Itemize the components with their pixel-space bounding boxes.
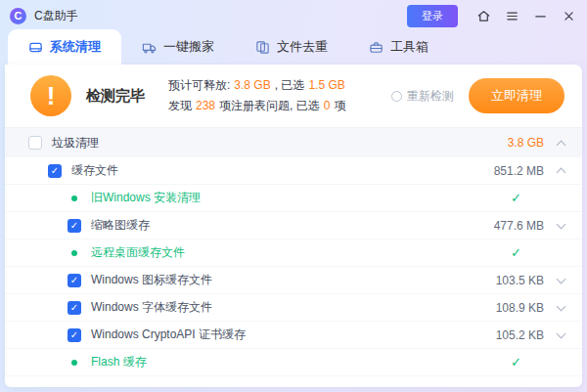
cache-files-checkbox[interactable] [48,164,62,178]
chevron-up-icon[interactable] [557,168,566,178]
item-label: 缩略图缓存 [91,217,150,234]
list-item[interactable]: Windows 图标缓存文件 103.5 KB [5,267,582,294]
app-logo-icon [10,8,26,24]
home-icon[interactable] [474,6,494,26]
list-item[interactable]: Windows CryptoAPI 证书缓存 105.2 KB [5,322,582,349]
selected-size: 1.5 GB [308,78,344,92]
section-row-cache-files[interactable]: 缓存文件 851.2 MB [5,157,582,185]
list-item[interactable]: Windows 字体缓存文件 108.9 KB [5,294,582,322]
scan-details: 预计可释放:3.8 GB, 已选1.5 GB 发现238项注册表问题, 已选0项 [168,75,349,116]
close-icon[interactable] [559,6,579,26]
main-panel: 检测完毕 预计可释放:3.8 GB, 已选1.5 GB 发现238项注册表问题,… [5,65,582,387]
tab-bar: 系统清理 一键搬家 文件去重 工具箱 [0,29,587,65]
tab-one-click-move[interactable]: 一键搬家 [121,29,235,65]
check-icon [511,191,521,205]
item-checkbox[interactable] [68,219,81,233]
detail-text: 发现 [168,99,192,112]
chevron-down-icon[interactable] [557,328,566,338]
menu-icon[interactable] [502,6,522,26]
login-button[interactable]: 登录 [407,5,458,27]
truck-icon [142,40,157,55]
check-icon [511,245,521,260]
list-item[interactable]: 旧Windows 安装清理 [5,185,582,212]
recheck-button[interactable]: 重新检测 [391,88,454,105]
toolbox-icon [369,40,384,55]
list-item[interactable]: 远程桌面缓存文件 [5,240,582,267]
check-icon [511,355,521,370]
cleanup-list: 垃圾清理 3.8 GB 缓存文件 851.2 MB 旧Windows 安装清理 … [5,128,582,387]
tab-toolbox[interactable]: 工具箱 [348,29,449,65]
item-label: Windows 字体缓存文件 [91,299,212,316]
app-title: C盘助手 [34,8,78,24]
tab-label: 一键搬家 [163,38,214,56]
group-row-junk-clean[interactable]: 垃圾清理 3.8 GB [5,128,582,157]
item-checkbox[interactable] [68,274,81,287]
tab-label: 文件去重 [277,38,328,56]
recheck-icon [391,91,402,102]
chevron-down-icon[interactable] [557,219,566,229]
group-size: 3.8 GB [508,136,544,150]
scan-detail-line-1: 预计可释放:3.8 GB, 已选1.5 GB [168,75,349,96]
group-label: 垃圾清理 [52,135,99,152]
item-size: 477.6 MB [494,219,544,233]
copy-files-icon [255,40,270,55]
detail-text: 项注册表问题, 已选 [219,99,320,112]
registry-issue-count: 238 [196,99,215,112]
detail-text: 项 [334,99,345,112]
item-size: 105.2 KB [496,328,544,342]
item-checkbox[interactable] [68,328,81,342]
disk-icon [28,40,43,55]
scan-summary: 检测完毕 预计可释放:3.8 GB, 已选1.5 GB 发现238项注册表问题,… [5,65,582,128]
section-size: 851.2 MB [494,164,544,178]
detail-text: , 已选 [275,78,305,92]
releasable-size: 3.8 GB [234,78,270,92]
item-size: 108.9 KB [496,301,544,315]
detail-text: 预计可释放: [168,78,230,92]
item-label: Windows CryptoAPI 证书缓存 [91,327,246,343]
tab-system-clean[interactable]: 系统清理 [8,29,121,65]
section-label: 缓存文件 [71,162,118,179]
item-label: 旧Windows 安装清理 [91,190,201,206]
item-label: Flash 缓存 [91,354,147,370]
tab-label: 系统清理 [50,38,101,56]
list-item[interactable]: 缩略图缓存 477.6 MB [5,212,582,240]
list-item[interactable]: Flash 缓存 [5,349,582,376]
junk-clean-checkbox[interactable] [28,136,42,150]
chevron-down-icon[interactable] [557,301,566,311]
recheck-label: 重新检测 [407,88,454,105]
status-dot-icon [68,250,81,256]
selected-count: 0 [324,99,331,112]
item-checkbox[interactable] [68,301,81,315]
tab-label: 工具箱 [390,38,429,56]
tab-file-dedup[interactable]: 文件去重 [235,29,348,65]
chevron-up-icon[interactable] [557,140,566,150]
titlebar: C盘助手 登录 [0,0,587,29]
status-dot-icon [68,196,81,201]
scan-detail-line-2: 发现238项注册表问题, 已选0项 [168,96,349,116]
app-window: C盘助手 登录 系统清理 一键搬家 [0,0,587,392]
scan-result-title: 检测完毕 [86,87,145,106]
status-dot-icon [68,360,81,366]
item-label: 远程桌面缓存文件 [91,244,185,261]
item-label: Windows 图标缓存文件 [91,272,212,288]
clean-now-button[interactable]: 立即清理 [469,78,564,113]
chevron-down-icon[interactable] [557,274,566,283]
minimize-icon[interactable] [530,6,551,26]
warning-icon [30,75,71,116]
item-size: 103.5 KB [496,274,544,287]
